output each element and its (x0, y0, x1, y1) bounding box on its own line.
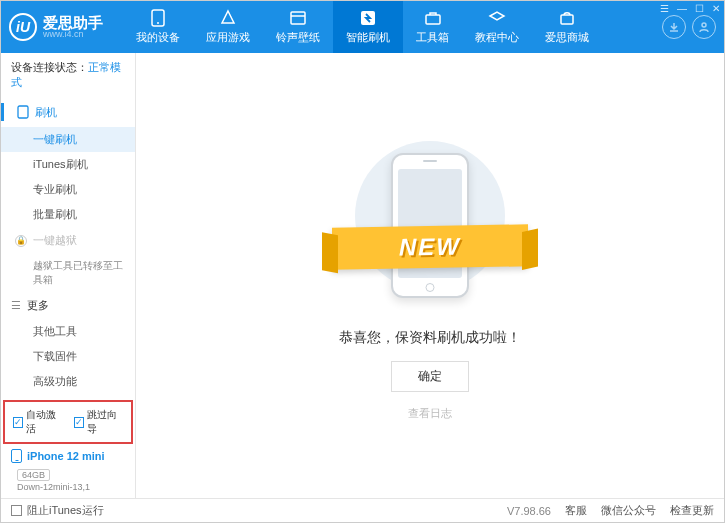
nav-store[interactable]: 爱思商城 (532, 1, 602, 53)
wallpaper-icon (289, 9, 307, 27)
nav-ringtones[interactable]: 铃声壁纸 (263, 1, 333, 53)
block-itunes-label: 阻止iTunes运行 (27, 503, 104, 518)
view-log-link[interactable]: 查看日志 (408, 406, 452, 421)
checkbox-skip-guide[interactable]: ✓跳过向导 (74, 408, 123, 436)
flash-icon (359, 9, 377, 27)
footer-update[interactable]: 检查更新 (670, 503, 714, 518)
sidebar-item-pro[interactable]: 专业刷机 (1, 177, 135, 202)
sidebar: 设备连接状态：正常模式 刷机 一键刷机 iTunes刷机 专业刷机 批量刷机 🔒… (1, 53, 136, 498)
check-icon: ✓ (74, 417, 84, 428)
sidebar-item-firmware[interactable]: 下载固件 (1, 344, 135, 369)
brand-name: 爱思助手 (43, 15, 103, 30)
svg-point-1 (157, 22, 159, 24)
svg-rect-2 (291, 12, 305, 24)
sidebar-group-flash[interactable]: 刷机 (1, 97, 135, 127)
sidebar-group-more[interactable]: ☰更多 (1, 292, 135, 319)
checkbox-auto-activate[interactable]: ✓自动激活 (13, 408, 62, 436)
window-controls: ☰ — ☐ ✕ (660, 3, 720, 14)
brand-url: www.i4.cn (43, 30, 103, 39)
maximize-icon[interactable]: ☐ (695, 3, 704, 14)
checkbox-block-itunes[interactable] (11, 505, 22, 516)
tutorial-icon (488, 9, 506, 27)
store-icon (558, 9, 576, 27)
lock-icon: 🔒 (15, 235, 27, 247)
main-nav: 我的设备 应用游戏 铃声壁纸 智能刷机 工具箱 教程中心 爱思商城 (123, 1, 662, 53)
logo: iU 爱思助手 www.i4.cn (9, 13, 103, 41)
device-storage: 64GB (17, 469, 50, 481)
titlebar-actions (662, 15, 716, 39)
nav-apps[interactable]: 应用游戏 (193, 1, 263, 53)
toolbox-icon (424, 9, 442, 27)
jailbreak-note: 越狱工具已转移至工具箱 (1, 254, 135, 292)
new-banner: NEW (332, 224, 528, 269)
titlebar: ☰ — ☐ ✕ iU 爱思助手 www.i4.cn 我的设备 应用游戏 铃声壁纸… (1, 1, 724, 53)
version-label: V7.98.66 (507, 505, 551, 517)
sidebar-item-itunes[interactable]: iTunes刷机 (1, 152, 135, 177)
ok-button[interactable]: 确定 (391, 361, 469, 392)
footer: 阻止iTunes运行 V7.98.66 客服 微信公众号 检查更新 (1, 498, 724, 522)
phone-icon (149, 9, 167, 27)
minimize-icon[interactable]: — (677, 3, 687, 14)
success-illustration: NEW (340, 141, 520, 311)
list-icon: ☰ (11, 299, 21, 312)
device-model: Down-12mini-13,1 (1, 481, 135, 498)
device-icon (17, 105, 29, 119)
apps-icon (219, 9, 237, 27)
svg-rect-4 (426, 15, 440, 24)
phone-icon (11, 449, 22, 463)
footer-wechat[interactable]: 微信公众号 (601, 503, 656, 518)
sidebar-item-batch[interactable]: 批量刷机 (1, 202, 135, 227)
download-button[interactable] (662, 15, 686, 39)
app-window: ☰ — ☐ ✕ iU 爱思助手 www.i4.cn 我的设备 应用游戏 铃声壁纸… (0, 0, 725, 523)
user-button[interactable] (692, 15, 716, 39)
sidebar-item-other[interactable]: 其他工具 (1, 319, 135, 344)
connection-status: 设备连接状态：正常模式 (1, 53, 135, 97)
logo-icon: iU (9, 13, 37, 41)
nav-toolbox[interactable]: 工具箱 (403, 1, 462, 53)
body: 设备连接状态：正常模式 刷机 一键刷机 iTunes刷机 专业刷机 批量刷机 🔒… (1, 53, 724, 498)
nav-flash[interactable]: 智能刷机 (333, 1, 403, 53)
svg-rect-5 (561, 15, 573, 24)
nav-tutorials[interactable]: 教程中心 (462, 1, 532, 53)
close-icon[interactable]: ✕ (712, 3, 720, 14)
sidebar-group-jailbreak: 🔒一键越狱 (1, 227, 135, 254)
check-icon: ✓ (13, 417, 23, 428)
svg-rect-7 (18, 106, 28, 118)
svg-point-6 (702, 23, 706, 27)
success-message: 恭喜您，保资料刷机成功啦！ (339, 329, 521, 347)
sidebar-item-advanced[interactable]: 高级功能 (1, 369, 135, 394)
sidebar-item-oneclick[interactable]: 一键刷机 (1, 127, 135, 152)
footer-service[interactable]: 客服 (565, 503, 587, 518)
nav-my-device[interactable]: 我的设备 (123, 1, 193, 53)
device-info[interactable]: iPhone 12 mini (1, 444, 135, 468)
main-panel: NEW 恭喜您，保资料刷机成功啦！ 确定 查看日志 (136, 53, 724, 498)
options-highlight: ✓自动激活 ✓跳过向导 (3, 400, 133, 444)
menu-icon[interactable]: ☰ (660, 3, 669, 14)
